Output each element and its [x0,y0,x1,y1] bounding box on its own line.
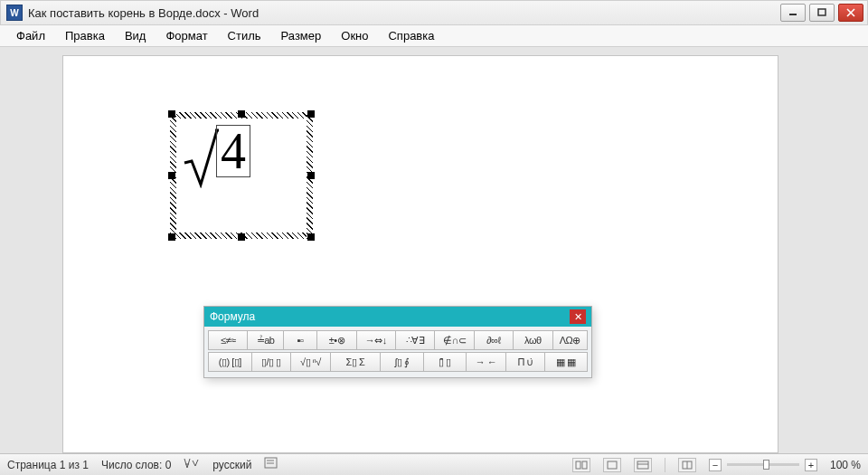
workspace: 4 [0,47,868,453]
menu-bar: Файл Правка Вид Формат Стиль Размер Окно… [0,25,868,47]
template-integrals[interactable]: ∫▯ ∮ [380,352,423,372]
close-button[interactable] [838,4,863,22]
svg-rect-9 [582,461,587,469]
zoom-in-button[interactable]: + [805,459,817,471]
menu-file[interactable]: Файл [7,26,54,45]
equation-content: 4 [183,125,250,188]
svg-rect-10 [608,461,617,469]
resize-handle[interactable] [238,110,245,118]
formula-toolbar[interactable]: Формула ✕ ≤≠≈ ≟ab ▪▫ ±•⊗ →⇔↓ ∴∀∃ ∉∩⊂ ∂∞ℓ… [203,306,592,378]
minimize-button[interactable] [780,4,806,22]
app-icon: W [6,5,23,21]
resize-handle[interactable] [307,110,315,118]
separator [665,458,665,472]
menu-edit[interactable]: Правка [56,26,114,45]
formula-row-1: ≤≠≈ ≟ab ▪▫ ±•⊗ →⇔↓ ∴∀∃ ∉∩⊂ ∂∞ℓ λωθ ΛΩ⊕ [208,330,588,350]
resize-handle[interactable] [168,233,175,241]
template-sums[interactable]: Σ▯ Σ [330,352,380,372]
symbols-relational[interactable]: ≤≠≈ [208,330,247,350]
zoom-value[interactable]: 100 % [830,459,861,471]
zoom-slider[interactable] [727,463,799,466]
formula-toolbar-titlebar[interactable]: Формула ✕ [204,307,591,327]
menu-view[interactable]: Вид [116,26,156,45]
symbols-embellishments[interactable]: ▪▫ [283,330,316,350]
formula-toolbar-close[interactable]: ✕ [570,309,586,324]
status-wordcount[interactable]: Число слов: 0 [101,459,171,471]
svg-rect-11 [637,461,648,469]
track-changes-icon[interactable] [264,457,278,472]
menu-format[interactable]: Формат [156,26,216,45]
radical-icon [183,125,219,188]
document-page[interactable]: 4 [63,56,778,452]
window-title: Как поставить корень в Ворде.docx - Word [28,6,780,20]
title-bar: W Как поставить корень в Ворде.docx - Wo… [0,0,868,25]
equation-object[interactable]: 4 [170,112,313,239]
maximize-button[interactable] [809,4,835,22]
template-matrices[interactable]: ▦ ▦ [544,352,588,372]
view-read-icon[interactable] [572,458,590,472]
zoom-control: − + [709,459,817,471]
formula-row-2: (▯) [▯] ▯/▯ ▯ √▯ ⁿ√ Σ▯ Σ ∫▯ ∮ ▯̄ ▯ → ← Π… [208,352,588,372]
resize-handle[interactable] [168,172,175,179]
formula-toolbar-title: Формула [210,310,255,323]
view-web-icon[interactable] [634,458,652,472]
symbols-greek-lower[interactable]: λωθ [513,330,552,350]
menu-help[interactable]: Справка [379,26,443,45]
status-language[interactable]: русский [212,459,251,471]
radicand-value[interactable]: 4 [216,125,250,177]
svg-rect-1 [818,9,826,15]
svg-rect-8 [576,461,580,469]
resize-handle[interactable] [307,172,315,179]
symbols-spacing[interactable]: ≟ab [247,330,282,350]
zoom-out-button[interactable]: − [709,459,722,471]
symbols-arrows[interactable]: →⇔↓ [356,330,395,350]
template-products[interactable]: Π ∪̇ [505,352,545,372]
resize-handle[interactable] [307,233,315,241]
status-bar: Страница 1 из 1 Число слов: 0 русский − … [0,453,868,475]
symbols-greek-upper[interactable]: ΛΩ⊕ [552,330,588,350]
symbols-set[interactable]: ∉∩⊂ [434,330,473,350]
menu-style[interactable]: Стиль [219,26,270,45]
symbols-operators[interactable]: ±•⊗ [316,330,355,350]
template-fractions[interactable]: ▯/▯ ▯ [251,352,291,372]
template-bars[interactable]: ▯̄ ▯ [423,352,467,372]
zoom-thumb[interactable] [763,460,769,470]
menu-size[interactable]: Размер [272,26,331,45]
template-labeled-arrows[interactable]: → ← [466,352,505,372]
menu-window[interactable]: Окно [332,26,377,45]
resize-handle[interactable] [168,110,175,118]
view-fit-icon[interactable] [678,458,696,472]
spellcheck-icon[interactable] [184,457,200,472]
symbols-misc[interactable]: ∂∞ℓ [474,330,513,350]
view-print-icon[interactable] [603,458,621,472]
template-fences[interactable]: (▯) [▯] [208,352,251,372]
resize-handle[interactable] [238,233,245,241]
symbols-logical[interactable]: ∴∀∃ [395,330,434,350]
template-radicals[interactable]: √▯ ⁿ√ [290,352,330,372]
status-page[interactable]: Страница 1 из 1 [7,459,89,471]
